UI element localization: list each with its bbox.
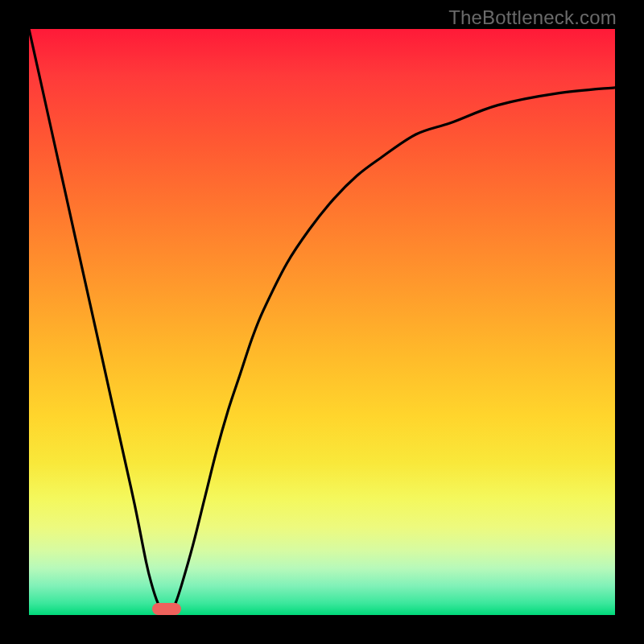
- plot-area: [29, 29, 615, 615]
- chart-root: TheBottleneck.com: [0, 0, 644, 644]
- bottleneck-curve: [29, 29, 615, 615]
- watermark-text: TheBottleneck.com: [448, 6, 617, 29]
- optimal-marker: [152, 603, 181, 615]
